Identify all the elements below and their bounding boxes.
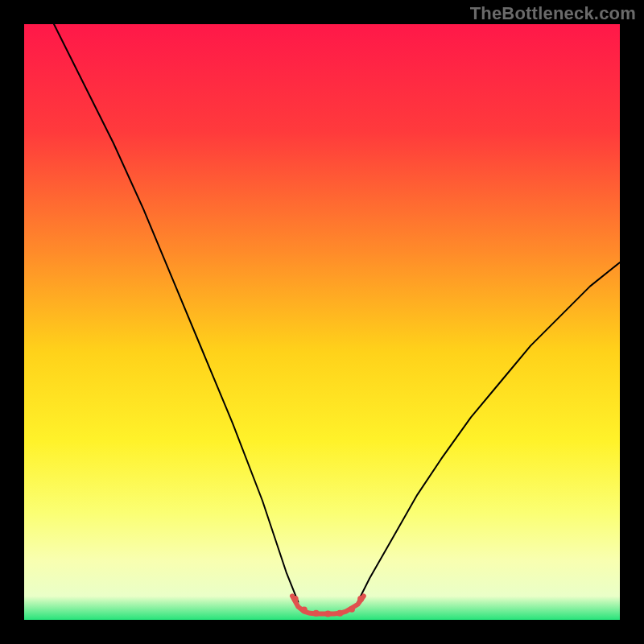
trough-dot xyxy=(349,606,355,613)
trough-dot xyxy=(301,606,308,613)
chart-frame: TheBottleneck.com xyxy=(0,0,644,644)
trough-dot xyxy=(313,610,320,617)
watermark-text: TheBottleneck.com xyxy=(470,3,636,24)
trough-dot xyxy=(357,596,364,602)
gradient-background xyxy=(24,24,620,620)
trough-dot xyxy=(324,611,331,617)
plot-area xyxy=(24,24,620,620)
chart-svg xyxy=(24,24,620,620)
trough-dot xyxy=(336,610,343,617)
trough-dot xyxy=(292,596,299,602)
